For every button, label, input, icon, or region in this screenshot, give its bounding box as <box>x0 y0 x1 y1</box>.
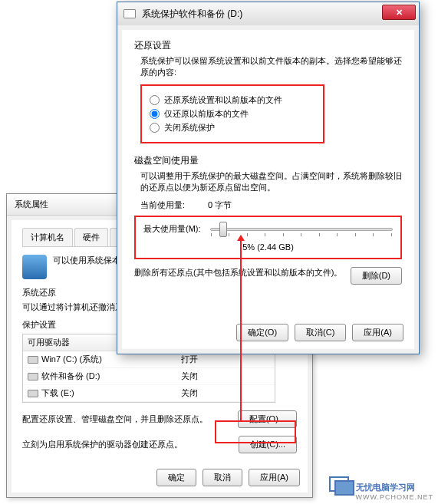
radio-restore-all[interactable]: 还原系统设置和以前版本的文件 <box>150 94 315 106</box>
drive-icon <box>28 356 38 364</box>
front-dialog-title: 系统保护软件和备份 (D:) <box>142 8 242 21</box>
table-row[interactable]: 软件和备份 (D:) 关闭 <box>23 368 275 385</box>
radio-disable-protection[interactable]: 关闭系统保护 <box>150 122 315 133</box>
watermark: 无忧电脑学习网 WWW.PCHOME.NET <box>356 481 434 501</box>
cancel-button[interactable]: 取消(C) <box>295 324 346 341</box>
drive-icon <box>28 390 38 397</box>
watermark-icon <box>329 475 354 493</box>
configure-desc: 配置还原设置、管理磁盘空间，并且删除还原点。 <box>22 413 230 425</box>
tab-computername[interactable]: 计算机名 <box>22 228 73 246</box>
configure-button[interactable]: 配置(O)... <box>238 410 297 428</box>
apply-button[interactable]: 应用(A) <box>352 324 403 341</box>
close-button[interactable]: ✕ <box>382 5 416 20</box>
create-button[interactable]: 创建(C)... <box>239 436 297 453</box>
max-usage-slider[interactable] <box>210 228 393 231</box>
watermark-sub: WWW.PCHOME.NET <box>356 493 434 501</box>
back-dialog-title: 系统属性 <box>15 199 48 209</box>
slider-thumb[interactable] <box>219 222 227 237</box>
ok-button[interactable]: 确定(O) <box>236 324 288 341</box>
tab-hardware[interactable]: 硬件 <box>74 228 108 246</box>
create-desc: 立刻为启用系统保护的驱动器创建还原点。 <box>22 439 231 450</box>
watermark-text: 无忧电脑学习网 <box>356 483 415 492</box>
delete-desc: 删除所有还原点(其中包括系统设置和以前版本的文件)。 <box>134 267 344 278</box>
disk-usage-title: 磁盘空间使用量 <box>134 154 402 167</box>
radio-restore-files-only-input[interactable] <box>150 109 160 119</box>
close-icon: ✕ <box>396 8 403 18</box>
restore-options-group: 还原系统设置和以前版本的文件 仅还原以前版本的文件 关闭系统保护 <box>140 84 324 143</box>
table-row[interactable]: 下载 (E:) 关闭 <box>23 385 275 402</box>
restore-settings-desc: 系统保护可以保留系统设置和以前文件版本的副本。选择您希望能够还原的内容: <box>140 55 402 78</box>
disk-usage-desc: 可以调整用于系统保护的最大磁盘空间。占满空间时，系统将删除较旧的还原点以便为新还… <box>140 170 402 193</box>
current-usage-label: 当前使用量: <box>140 199 185 211</box>
radio-restore-all-input[interactable] <box>150 95 160 105</box>
system-protection-icon <box>22 255 47 279</box>
apply-button[interactable]: 应用(A) <box>249 469 300 486</box>
drive-icon <box>123 9 136 18</box>
delete-button[interactable]: 删除(D) <box>351 267 402 285</box>
drive-icon <box>28 373 38 380</box>
cancel-button[interactable]: 取消 <box>203 469 242 486</box>
current-usage-value: 0 字节 <box>208 199 232 211</box>
max-usage-value: 5% (2.44 GB) <box>143 242 393 252</box>
max-usage-group: 最大使用量(M): 5% (2.44 GB) <box>134 216 402 259</box>
ok-button[interactable]: 确定 <box>156 469 196 486</box>
radio-disable-protection-input[interactable] <box>150 123 160 133</box>
radio-restore-files-only[interactable]: 仅还原以前版本的文件 <box>150 108 315 120</box>
restore-settings-title: 还原设置 <box>134 39 402 52</box>
front-dialog-titlebar[interactable]: 系统保护软件和备份 (D:) ✕ <box>117 2 419 25</box>
system-protection-config-dialog: 系统保护软件和备份 (D:) ✕ 还原设置 系统保护可以保留系统设置和以前文件版… <box>117 2 420 354</box>
max-usage-label: 最大使用量(M): <box>143 223 201 235</box>
